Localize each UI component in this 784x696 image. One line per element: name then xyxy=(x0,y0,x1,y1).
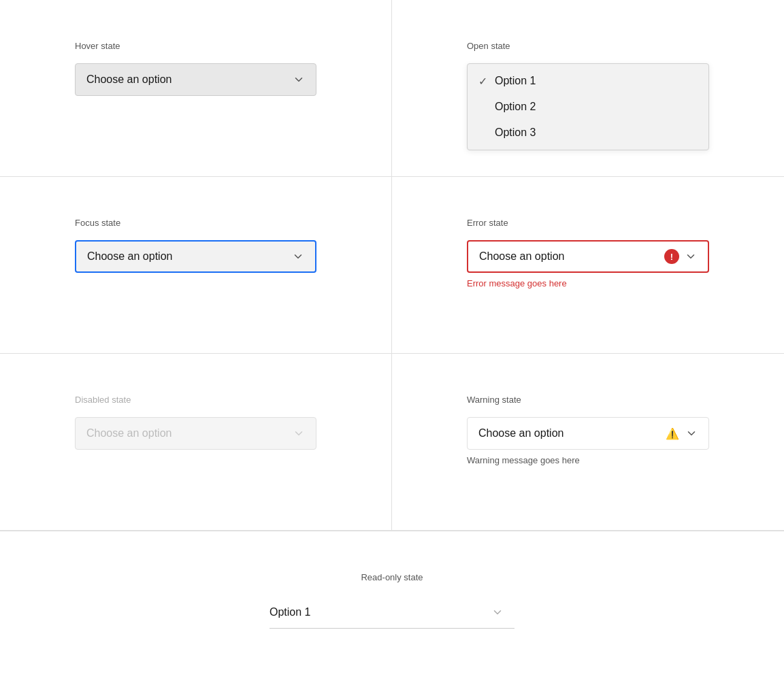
error-icon: ! xyxy=(664,249,679,264)
hover-state-cell: Hover state Choose an option xyxy=(0,0,392,177)
focus-chevron-icon xyxy=(292,250,304,263)
warning-state-cell: Warning state Choose an option ⚠️ Warnin… xyxy=(392,354,784,531)
hover-chevron-icon xyxy=(293,73,305,86)
warning-state-label: Warning state xyxy=(467,395,709,405)
hover-select[interactable]: Choose an option xyxy=(75,63,316,96)
focus-select[interactable]: Choose an option xyxy=(75,240,316,273)
states-grid: Hover state Choose an option Open state … xyxy=(0,0,784,531)
disabled-state-label: Disabled state xyxy=(75,395,316,405)
dropdown-item-3[interactable]: Option 3 xyxy=(468,120,708,146)
error-state-label: Error state xyxy=(467,218,709,228)
warning-icon: ⚠️ xyxy=(665,426,680,441)
disabled-chevron-icon xyxy=(293,427,305,440)
hover-select-wrapper: Choose an option xyxy=(75,63,316,96)
error-select-text: Choose an option xyxy=(479,250,664,263)
readonly-select-wrapper: Option 1 xyxy=(270,596,514,629)
focus-state-cell: Focus state Choose an option xyxy=(0,177,392,354)
hover-select-text: Choose an option xyxy=(86,73,293,86)
disabled-select-text: Choose an option xyxy=(86,427,293,440)
warning-message: Warning message goes here xyxy=(467,455,709,465)
dropdown-item-1[interactable]: Option 1 xyxy=(468,68,708,94)
warning-chevron-icon xyxy=(685,427,698,440)
open-state-label: Open state xyxy=(467,41,709,51)
error-select-wrapper: Choose an option ! Error message goes he… xyxy=(467,240,709,288)
warning-select-text: Choose an option xyxy=(478,427,665,440)
error-state-cell: Error state Choose an option ! Error mes… xyxy=(392,177,784,354)
readonly-select-text: Option 1 xyxy=(270,606,491,618)
error-select[interactable]: Choose an option ! xyxy=(467,240,709,273)
readonly-state-label: Read-only state xyxy=(361,572,423,582)
disabled-select: Choose an option xyxy=(75,417,316,450)
error-message: Error message goes here xyxy=(467,278,709,288)
readonly-section: Read-only state Option 1 xyxy=(0,531,784,656)
disabled-select-wrapper: Choose an option xyxy=(75,417,316,450)
readonly-select: Option 1 xyxy=(270,596,514,629)
warning-select-wrapper: Choose an option ⚠️ Warning message goes… xyxy=(467,417,709,465)
hover-state-label: Hover state xyxy=(75,41,316,51)
readonly-chevron-icon xyxy=(491,606,504,618)
focus-select-wrapper: Choose an option xyxy=(75,240,316,273)
focus-select-text: Choose an option xyxy=(87,250,292,263)
warning-select[interactable]: Choose an option ⚠️ xyxy=(467,417,709,450)
open-state-cell: Open state Option 1 Option 2 Option 3 xyxy=(392,0,784,177)
disabled-state-cell: Disabled state Choose an option xyxy=(0,354,392,531)
dropdown-item-2[interactable]: Option 2 xyxy=(468,94,708,120)
error-chevron-icon xyxy=(685,250,697,263)
focus-state-label: Focus state xyxy=(75,218,316,228)
open-dropdown[interactable]: Option 1 Option 2 Option 3 xyxy=(467,63,709,150)
